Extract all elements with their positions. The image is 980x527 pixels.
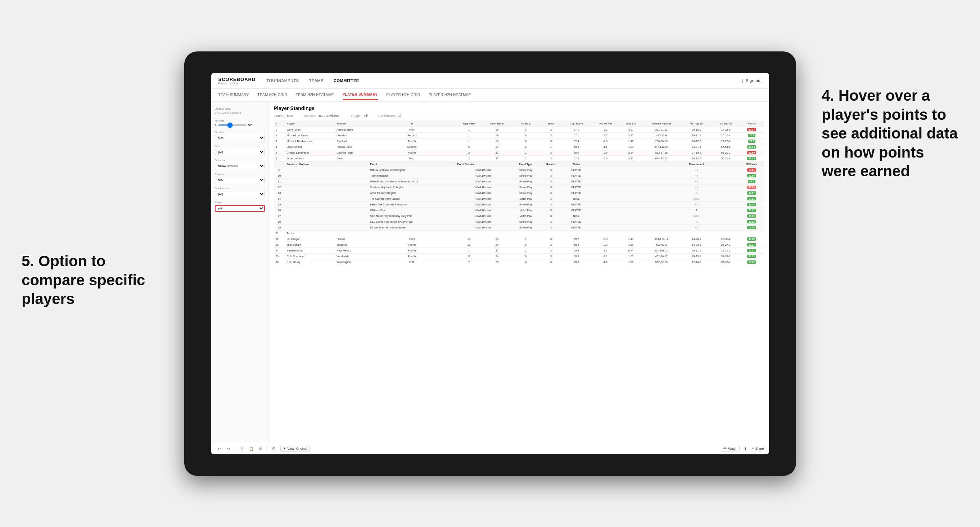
nav-right: | Sign out xyxy=(742,77,762,84)
watch-button[interactable]: 👁 Watch xyxy=(721,446,740,451)
annotation-right-text: 4. Hover over a player's points to see a… xyxy=(822,87,958,179)
table-row: 5 Christo Lamprecht Georgia Tech Fourth … xyxy=(274,150,764,156)
table-filters: Gender: Men Division: NCAA Division I Re… xyxy=(274,114,764,117)
col-vs50: Vs Top 50 xyxy=(712,121,740,127)
no-rds-from: 4 xyxy=(215,124,217,127)
filter-gender: Gender: Men xyxy=(274,114,293,117)
col-player: Player xyxy=(285,121,335,127)
share-label: Share xyxy=(755,447,764,450)
tablet-screen: SCOREBOARD Powered by clippi TOURNAMENTS… xyxy=(211,73,769,454)
toolbar-sep-1 xyxy=(235,446,235,451)
table-row: 3 Michael Thorbjornsen Stanford Fourth 1… xyxy=(274,138,764,144)
redo-icon[interactable]: ↪ xyxy=(226,446,231,451)
paste-icon[interactable]: 📋 xyxy=(248,446,254,451)
tooltip-data-row: 15 Fallen Oak Collegiate Invitational NC… xyxy=(274,202,764,207)
tooltip-data-row: 17 SEC Match Play hosted by Jerry Pate N… xyxy=(274,213,764,219)
table-row: 26 Pete Hruby Washington Fifth 7 23 0 3 … xyxy=(274,259,764,265)
player-field: Player (All) xyxy=(215,201,265,212)
table-row: 24 Bastien Amat New Mexico Fourth 1 27 2… xyxy=(274,248,764,253)
no-rds-slider[interactable] xyxy=(218,124,247,125)
filter-division: Division: NCAA Division I xyxy=(304,114,341,117)
region-label: Region xyxy=(215,173,265,176)
col-school: School xyxy=(335,121,368,127)
sign-out-link[interactable]: Sign out xyxy=(746,77,762,84)
no-rds-field: No Rds. 4 52 xyxy=(215,119,265,127)
conference-select[interactable]: (All) xyxy=(215,191,265,197)
update-time: Update time: 27/01/2024 16:56:26 xyxy=(215,107,265,115)
col-avg-sg: Avg SG xyxy=(620,121,642,127)
col-wins: Wins xyxy=(540,121,562,127)
subnav-player-h2h-grid[interactable]: PLAYER H2H GRID xyxy=(387,90,420,100)
table-row: 22 Ian Gilligan Florida Third 10 24 1 3 … xyxy=(274,236,764,242)
annotation-right: 4. Hover over a player's points to see a… xyxy=(822,86,958,181)
tablet-device: SCOREBOARD Powered by clippi TOURNAMENTS… xyxy=(184,51,796,476)
toolbar-right: 👁 Watch ⬇ ↗ Share xyxy=(721,446,764,451)
table-row: 25 Cole Sherwood Vanderbilt Fourth 12 24… xyxy=(274,253,764,259)
col-points: Points xyxy=(740,121,764,127)
nav-tournaments[interactable]: TOURNAMENTS xyxy=(266,77,299,84)
player-label: Player xyxy=(215,201,265,204)
nav-committee[interactable]: COMMITTEE xyxy=(334,77,359,84)
subnav-team-h2h-grid[interactable]: TEAM H2H GRID xyxy=(258,90,287,100)
annotation-left-text: 5. Option to compare specific players xyxy=(22,252,145,307)
sidebar: Update time: 27/01/2024 16:56:26 No Rds.… xyxy=(211,102,269,443)
col-vs25: Vs Top 25 xyxy=(681,121,712,127)
tooltip-data-row: 16 Williams Cup NCAA Division I Match Pl… xyxy=(274,207,764,213)
nav-items: TOURNAMENTS TEAMS COMMITTEE xyxy=(266,77,742,84)
download-icon[interactable]: ⬇ xyxy=(743,446,748,451)
table-row: 4 Luke Clanton Florida State Second 5 27… xyxy=(274,144,764,150)
subnav-team-h2h-heatmap[interactable]: TEAM H2H HEATMAP xyxy=(296,90,334,100)
clock-icon[interactable]: ⏱ xyxy=(271,446,277,451)
share-icon: ↗ xyxy=(751,447,754,450)
copy-icon[interactable]: ⎘ xyxy=(239,446,245,451)
filter-gender-value: Men xyxy=(287,114,293,117)
no-rds-range: 4 52 xyxy=(215,124,265,127)
bottom-toolbar: ↩ ↪ ⎘ 📋 ⊞ ⏱ 👁 View: Original 👁 Watch ⬇ ↗ xyxy=(211,443,769,454)
table-row: 1 Wenyi Ding Arizona State First 1 15 1 … xyxy=(274,127,764,132)
filter-conference-value: All xyxy=(397,114,401,117)
tooltip-data-row: 10 Tiger Invitational NCAA Division I St… xyxy=(274,173,764,178)
player-select[interactable]: (All) xyxy=(215,205,265,212)
col-yr: Yr xyxy=(368,121,455,127)
sub-nav: TEAM SUMMARY TEAM H2H GRID TEAM H2H HEAT… xyxy=(211,89,769,102)
tooltip-data-row: 11 Wake Forest Invitational at Pinehurst… xyxy=(274,178,764,184)
table-header-row: # Player School Yr Reg Rank Conf Rank No… xyxy=(274,121,764,127)
undo-icon[interactable]: ↩ xyxy=(216,446,222,451)
logo-sub: Powered by clippi xyxy=(218,82,256,84)
year-field: Year (All) xyxy=(215,144,265,155)
share-button[interactable]: ↗ Share xyxy=(751,447,764,450)
table-row: 21 Techs xyxy=(274,230,764,236)
table-row: 23 Jack Lundin Missouri Fourth 11 24 0 3… xyxy=(274,242,764,248)
nav-divider: | xyxy=(742,79,743,83)
gender-select[interactable]: Men Women xyxy=(215,135,265,141)
col-conf-rank: Conf Rank xyxy=(483,121,511,127)
gender-label: Gender xyxy=(215,130,265,134)
subnav-player-h2h-heatmap[interactable]: PLAYER H2H HEATMAP xyxy=(429,90,471,100)
view-label: View: Original xyxy=(288,447,307,450)
region-select[interactable]: N/A xyxy=(215,177,265,183)
watch-icon: 👁 xyxy=(723,447,727,450)
tooltip-data-row: 18 SEC Stroke Play hosted by Jerry Pate … xyxy=(274,219,764,224)
col-reg-rank: Reg Rank xyxy=(455,121,482,127)
layout-icon[interactable]: ⊞ xyxy=(258,446,263,451)
col-overall: Overall Record xyxy=(642,121,681,127)
conference-label: Conference xyxy=(215,187,265,190)
region-field: Region N/A xyxy=(215,173,265,183)
no-rds-label: No Rds. xyxy=(215,119,265,122)
table-title: Player Standings xyxy=(274,105,764,111)
col-to-par: Avg to-Par xyxy=(590,121,620,127)
division-select[interactable]: NCAA Division I xyxy=(215,163,265,169)
filter-region-value: All xyxy=(364,114,368,117)
year-select[interactable]: (All) xyxy=(215,149,265,155)
watch-label: Watch xyxy=(728,447,737,450)
annotation-left: 5. Option to compare specific players xyxy=(22,252,155,309)
table-row: 6 Jackson Koivu Auburn First 2 27 2 3 67… xyxy=(274,156,764,161)
table-row: 2 Michael La Sasso Ole Miss Second 1 18 … xyxy=(274,132,764,138)
subnav-player-summary[interactable]: PLAYER SUMMARY xyxy=(343,90,378,100)
tooltip-header-row: Jackson Kolsun Event Event Division Even… xyxy=(274,161,764,167)
standings-body: 1 Wenyi Ding Arizona State First 1 15 1 … xyxy=(274,127,764,265)
view-button[interactable]: 👁 View: Original xyxy=(280,446,310,451)
nav-teams[interactable]: TEAMS xyxy=(309,77,323,84)
subnav-team-summary[interactable]: TEAM SUMMARY xyxy=(218,90,249,100)
col-adj-score: Adj. Score xyxy=(562,121,590,127)
